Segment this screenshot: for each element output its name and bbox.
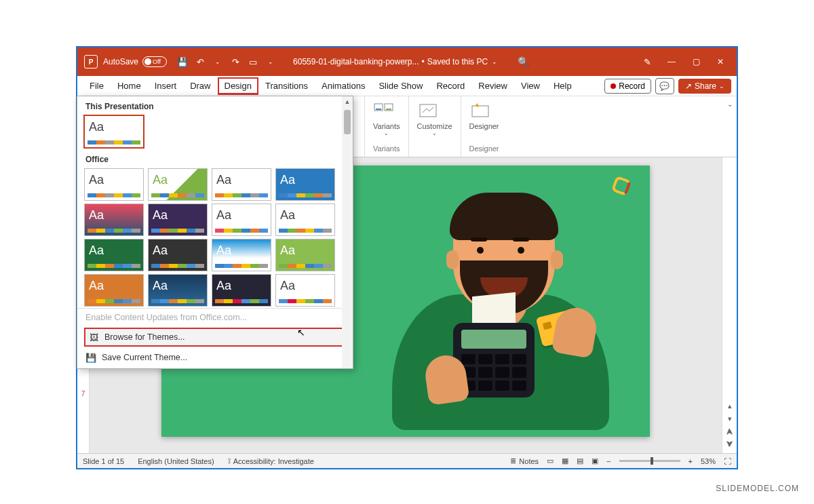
section-office: Office	[77, 149, 353, 167]
customize-icon	[417, 100, 439, 122]
theme-office-13[interactable]: Aa	[84, 274, 144, 307]
tab-view[interactable]: View	[514, 77, 547, 94]
tab-file[interactable]: File	[83, 77, 111, 94]
theme-office-7[interactable]: Aa	[212, 203, 271, 236]
save-icon: 💾	[85, 352, 96, 363]
slideshow-view-icon[interactable]: ▣	[592, 457, 598, 465]
tab-design[interactable]: Design	[218, 77, 258, 95]
zoom-slider[interactable]	[619, 460, 680, 462]
undo-dropdown-icon[interactable]: ⌄	[212, 56, 223, 67]
save-icon[interactable]: 💾	[177, 56, 188, 67]
theme-office-16[interactable]: Aa	[275, 274, 335, 307]
notes-button[interactable]: ≣Notes	[510, 457, 539, 465]
tab-help[interactable]: Help	[547, 77, 579, 94]
scroll-up-icon[interactable]: ▲	[345, 96, 351, 107]
tab-transitions[interactable]: Transitions	[258, 77, 315, 94]
theme-office-5[interactable]: Aa	[84, 203, 144, 236]
browse-for-themes[interactable]: 🖼 Browse for Themes...	[84, 328, 346, 347]
comments-button[interactable]: 💬	[655, 78, 674, 94]
ribbon-body: ▲ This Presentation Aa Office Aa Aa Aa A…	[77, 96, 737, 157]
theme-office-2[interactable]: Aa	[148, 168, 208, 201]
tab-animations[interactable]: Animations	[315, 77, 372, 94]
watermark: SLIDEMODEL.COM	[716, 484, 799, 493]
scroll-down-icon[interactable]: ▾	[728, 414, 732, 423]
svg-rect-5	[472, 106, 488, 117]
accessibility-status[interactable]: ⟟ Accessibility: Investigate	[228, 457, 314, 465]
right-gutter: ▴ ▾ ⮝ ⮟	[722, 157, 737, 453]
reading-view-icon[interactable]: ▤	[577, 457, 583, 465]
next-slide-icon[interactable]: ⮟	[726, 440, 733, 448]
variants-button[interactable]: Variants ⌄	[373, 100, 400, 136]
themes-dropdown: ▲ This Presentation Aa Office Aa Aa Aa A…	[77, 96, 353, 369]
save-current-theme[interactable]: 💾 Save Current Theme...	[77, 348, 353, 367]
record-button[interactable]: Record	[604, 79, 651, 94]
theme-office-1[interactable]: Aa	[84, 168, 144, 201]
share-icon: ↗	[685, 81, 692, 91]
zoom-level[interactable]: 53%	[701, 457, 716, 465]
designer-group: Designer Designer	[461, 96, 507, 157]
sorter-view-icon[interactable]: ▦	[562, 457, 568, 465]
present-icon[interactable]: ▭	[248, 56, 258, 67]
prev-slide-icon[interactable]: ⮝	[726, 427, 733, 435]
section-this-presentation: This Presentation	[77, 96, 353, 114]
ribbon-collapse-icon[interactable]: ⌄	[727, 100, 733, 108]
theme-office-8[interactable]: Aa	[275, 203, 335, 236]
accessibility-icon: ⟟	[228, 457, 231, 465]
document-title[interactable]: 60559-01-digital-banking-powerp... • Sav…	[293, 57, 497, 66]
scroll-thumb[interactable]	[344, 110, 351, 134]
theme-current[interactable]: Aa	[84, 115, 144, 148]
search-icon[interactable]: 🔍	[518, 56, 528, 67]
theme-office-12[interactable]: Aa	[275, 239, 335, 271]
fit-to-window-icon[interactable]: ⛶	[724, 457, 731, 465]
tab-record[interactable]: Record	[429, 77, 471, 94]
maximize-button[interactable]: ▢	[684, 51, 708, 73]
tab-slideshow[interactable]: Slide Show	[372, 77, 429, 94]
theme-office-15[interactable]: Aa	[212, 274, 271, 307]
scroll-up-icon[interactable]: ▴	[728, 402, 732, 410]
designer-button[interactable]: Designer	[469, 100, 499, 130]
normal-view-icon[interactable]: ▭	[547, 457, 554, 465]
minimize-button[interactable]: —	[659, 51, 684, 73]
customize-group: Customize ⌄	[409, 96, 461, 157]
language-status[interactable]: English (United States)	[138, 457, 214, 465]
tab-draw[interactable]: Draw	[183, 77, 217, 94]
chevron-down-icon: ⌄	[492, 58, 497, 65]
app-window: P AutoSave Off 💾 ↶ ⌄ ↷ ▭ ⌄ 60559-01-digi…	[76, 46, 738, 469]
zoom-in-button[interactable]: +	[689, 457, 693, 465]
person-illustration	[385, 179, 623, 430]
autosave-label: AutoSave	[103, 57, 138, 66]
slide-counter[interactable]: Slide 1 of 15	[83, 457, 124, 465]
themes-scrollbar[interactable]: ▲	[342, 96, 353, 368]
browse-icon: 🖼	[88, 332, 99, 343]
theme-office-6[interactable]: Aa	[148, 203, 208, 236]
theme-office-4[interactable]: Aa	[275, 168, 335, 201]
zoom-out-button[interactable]: −	[606, 457, 610, 465]
variants-group: Variants ⌄ Variants	[365, 96, 409, 157]
tab-review[interactable]: Review	[471, 77, 514, 94]
autosave-toggle[interactable]: Off	[142, 56, 167, 67]
share-button[interactable]: ↗ Share ⌄	[678, 79, 731, 94]
svg-rect-4	[420, 104, 436, 117]
close-button[interactable]: ✕	[708, 51, 733, 73]
theme-office-9[interactable]: Aa	[84, 239, 144, 271]
undo-icon[interactable]: ↶	[195, 56, 206, 67]
ribbon-tabs: File Home Insert Draw Design Transitions…	[77, 76, 737, 96]
theme-office-10[interactable]: Aa	[148, 239, 208, 271]
theme-office-11[interactable]: Aa	[212, 239, 271, 271]
tab-insert[interactable]: Insert	[148, 77, 184, 94]
chevron-down-icon: ⌄	[719, 83, 724, 90]
svg-rect-3	[386, 109, 391, 110]
draw-tool-icon[interactable]: ✎	[642, 56, 653, 67]
tab-home[interactable]: Home	[111, 77, 148, 94]
cursor-icon: ↖	[297, 327, 305, 338]
theme-office-3[interactable]: Aa	[212, 168, 271, 201]
statusbar: Slide 1 of 15 English (United States) ⟟ …	[77, 453, 737, 468]
variants-icon	[373, 100, 395, 122]
customize-button[interactable]: Customize ⌄	[417, 100, 452, 136]
redo-icon[interactable]: ↷	[230, 56, 241, 67]
svg-rect-2	[376, 109, 381, 110]
titlebar: P AutoSave Off 💾 ↶ ⌄ ↷ ▭ ⌄ 60559-01-digi…	[77, 47, 737, 76]
qat-overflow-icon[interactable]: ⌄	[265, 56, 276, 67]
powerpoint-icon: P	[84, 55, 98, 69]
theme-office-14[interactable]: Aa	[148, 274, 208, 307]
